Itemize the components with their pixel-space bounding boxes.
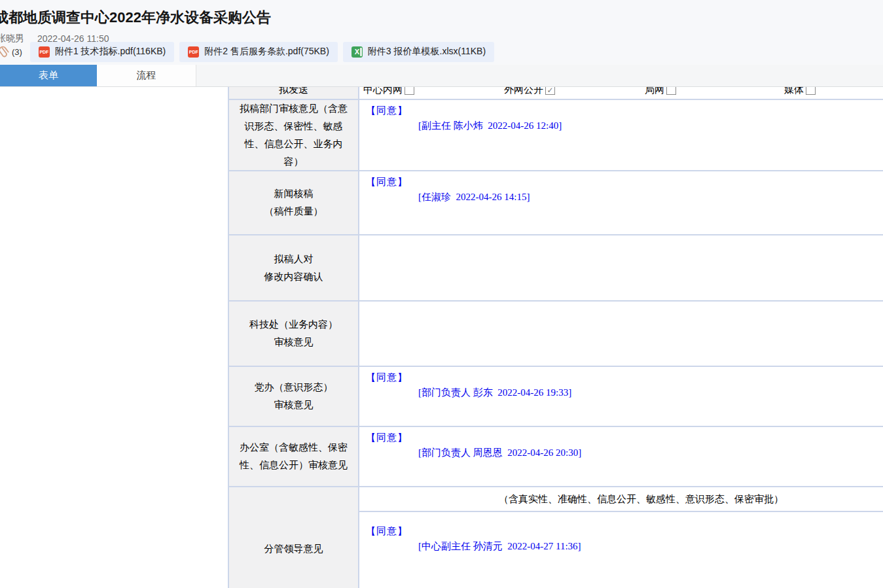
row-label: 党办（意识形态）审核意见 (229, 367, 359, 426)
form-scroll-area[interactable]: 拟发送中心内网外网公开✓局网媒体拟稿部门审核意见（含意识形态、保密性、敏感性、信… (0, 87, 883, 588)
checkbox-unchecked[interactable] (666, 87, 676, 95)
tab-workflow[interactable]: 流程 (97, 65, 196, 86)
attachment-name: 附件2 售后服务条款.pdf(75KB) (204, 46, 329, 58)
attachment-chip[interactable]: PDF附件1 技术指标.pdf(116KB) (30, 42, 174, 62)
approval-table: 拟发送中心内网外网公开✓局网媒体拟稿部门审核意见（含意识形态、保密性、敏感性、信… (228, 87, 883, 588)
publish-target-option: 中心内网 (363, 87, 414, 96)
row-content (359, 235, 883, 300)
approval-signature: [部门负责人 彭东 2022-04-26 19:33] (418, 387, 883, 399)
approval-comment: 【同意】[部门负责人 周恩恩 2022-04-26 20:30] (359, 427, 883, 459)
approval-signature: [任淑珍 2022-04-26 14:15] (418, 191, 883, 203)
row-label: 拟发送 (229, 87, 359, 99)
approval-comment: 【同意】[任淑珍 2022-04-26 14:15] (359, 171, 883, 203)
table-row: 科技处（业务内容）审核意见 (229, 302, 883, 367)
attachment-chip[interactable]: PDF附件2 售后服务条款.pdf(75KB) (179, 42, 338, 62)
row-label: 拟稿部门审核意见（含意识形态、保密性、敏感性、信息公开、业务内容） (229, 100, 359, 170)
checkbox-unchecked[interactable] (806, 87, 816, 95)
attachment-name: 附件3 报价单模板.xlsx(11KB) (368, 46, 486, 58)
approval-signature: [部门负责人 周恩恩 2022-04-26 20:30] (418, 447, 883, 459)
page-title: 成都地质调查中心2022年净水设备采购公告 (0, 0, 883, 27)
approval-verdict: 【同意】 (366, 105, 883, 117)
attachment-chip[interactable]: X附件3 报价单模板.xlsx(11KB) (343, 42, 494, 62)
xlsx-file-icon: X (351, 46, 363, 58)
publish-target-option: 外网公开✓ (504, 87, 555, 96)
table-row: 分管领导意见（含真实性、准确性、信息公开、敏感性、意识形态、保密审批）【同意】[… (229, 487, 883, 588)
approval-verdict: 【同意】 (366, 372, 883, 384)
approval-verdict: 【同意】 (366, 176, 883, 188)
row-content: 【同意】[任淑珍 2022-04-26 14:15] (359, 171, 883, 234)
table-row: 拟发送中心内网外网公开✓局网媒体 (229, 87, 883, 100)
approval-verdict: 【同意】 (366, 525, 883, 538)
row-content: 【同意】[部门负责人 周恩恩 2022-04-26 20:30] (359, 427, 883, 486)
row-content: 【同意】[副主任 陈小炜 2022-04-26 12:40] (359, 100, 883, 170)
page: 成都地质调查中心2022年净水设备采购公告 张晓男 2022-04-26 11:… (0, 0, 883, 588)
row-content (359, 302, 883, 366)
approval-comment: 【同意】[中心副主任 孙清元 2022-04-27 11:36] (359, 512, 883, 553)
row-content: 中心内网外网公开✓局网媒体 (359, 87, 883, 99)
leader-review-note: （含真实性、准确性、信息公开、敏感性、意识形态、保密审批） (359, 487, 883, 512)
approval-verdict: 【同意】 (366, 432, 883, 444)
table-row: 拟稿人对修改内容确认 (229, 235, 883, 302)
row-label: 科技处（业务内容）审核意见 (229, 302, 359, 366)
checkbox-checked[interactable]: ✓ (545, 87, 555, 95)
approval-comment: 【同意】[部门负责人 彭东 2022-04-26 19:33] (359, 367, 883, 399)
row-label: 办公室（含敏感性、保密性、信息公开）审核意见 (229, 427, 359, 486)
row-content: 【同意】[部门负责人 彭东 2022-04-26 19:33] (359, 367, 883, 426)
checkbox-label: 外网公开 (504, 87, 543, 96)
checkbox-label: 中心内网 (363, 87, 403, 96)
checkbox-label: 局网 (645, 87, 664, 96)
tab-bar: 表单 流程 (0, 65, 883, 87)
attachment-count: (3) (12, 47, 22, 57)
document-header: 成都地质调查中心2022年净水设备采购公告 张晓男 2022-04-26 11:… (0, 0, 883, 65)
row-label: 分管领导意见 (229, 487, 359, 588)
attachments-bar: (3) PDF附件1 技术指标.pdf(116KB)PDF附件2 售后服务条款.… (0, 41, 494, 62)
paperclip-icon (0, 45, 10, 58)
row-content: （含真实性、准确性、信息公开、敏感性、意识形态、保密审批）【同意】[中心副主任 … (359, 487, 883, 588)
table-row: 拟稿部门审核意见（含意识形态、保密性、敏感性、信息公开、业务内容）【同意】[副主… (229, 100, 883, 171)
table-row: 新闻核稿（稿件质量）【同意】[任淑珍 2022-04-26 14:15] (229, 171, 883, 235)
pdf-file-icon: PDF (188, 46, 199, 58)
table-row: 办公室（含敏感性、保密性、信息公开）审核意见【同意】[部门负责人 周恩恩 202… (229, 427, 883, 487)
approval-comment: 【同意】[副主任 陈小炜 2022-04-26 12:40] (359, 100, 883, 132)
checkbox-unchecked[interactable] (405, 87, 414, 95)
publish-target-option: 媒体 (784, 87, 816, 96)
table-row: 党办（意识形态）审核意见【同意】[部门负责人 彭东 2022-04-26 19:… (229, 367, 883, 427)
row-label: 新闻核稿（稿件质量） (229, 171, 359, 234)
attachment-list: PDF附件1 技术指标.pdf(116KB)PDF附件2 售后服务条款.pdf(… (22, 42, 494, 62)
publish-target-option: 局网 (645, 87, 676, 96)
pdf-file-icon: PDF (39, 46, 50, 58)
approval-signature: [中心副主任 孙清元 2022-04-27 11:36] (418, 540, 883, 553)
checkbox-label: 媒体 (784, 87, 804, 96)
attachment-name: 附件1 技术指标.pdf(116KB) (55, 46, 166, 58)
approval-signature: [副主任 陈小炜 2022-04-26 12:40] (418, 120, 883, 132)
row-label: 拟稿人对修改内容确认 (229, 235, 359, 300)
tab-form[interactable]: 表单 (0, 65, 97, 86)
